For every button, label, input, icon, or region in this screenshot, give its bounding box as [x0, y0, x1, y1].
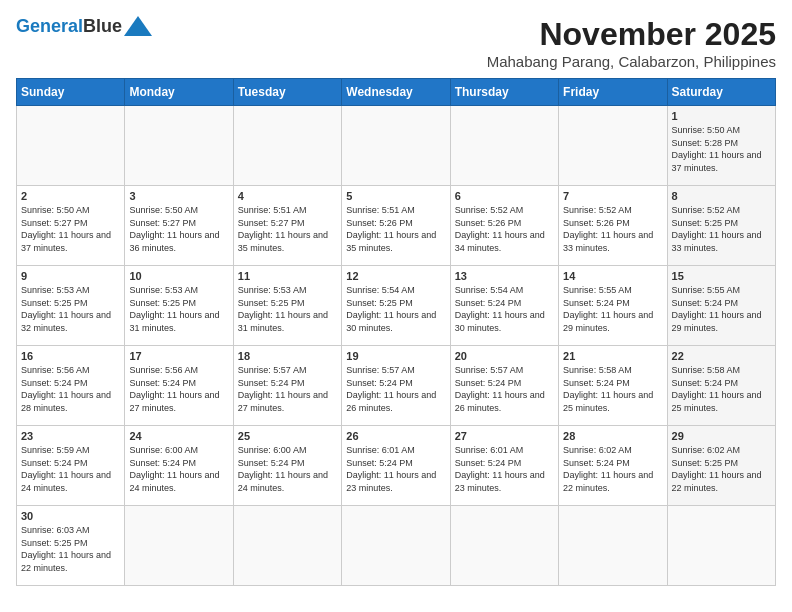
day-info-line: Sunset: 5:24 PM	[21, 377, 120, 390]
day-info-line: Daylight: 11 hours and 33 minutes.	[563, 229, 662, 254]
day-number-18: 18	[238, 350, 337, 362]
calendar-day-4	[450, 106, 558, 186]
day-number-4: 4	[238, 190, 337, 202]
day-info-line: Sunset: 5:24 PM	[346, 377, 445, 390]
day-info-23: Sunrise: 5:59 AMSunset: 5:24 PMDaylight:…	[21, 444, 120, 494]
day-info-16: Sunrise: 5:56 AMSunset: 5:24 PMDaylight:…	[21, 364, 120, 414]
day-info-line: Sunset: 5:27 PM	[21, 217, 120, 230]
header-tuesday: Tuesday	[233, 79, 341, 106]
calendar-day-1	[125, 106, 233, 186]
day-info-line: Sunrise: 5:51 AM	[238, 204, 337, 217]
day-info-18: Sunrise: 5:57 AMSunset: 5:24 PMDaylight:…	[238, 364, 337, 414]
day-info-line: Daylight: 11 hours and 26 minutes.	[346, 389, 445, 414]
day-info-line: Sunset: 5:24 PM	[672, 297, 771, 310]
day-number-8: 8	[672, 190, 771, 202]
day-number-12: 12	[346, 270, 445, 282]
calendar-day-26: 21Sunrise: 5:58 AMSunset: 5:24 PMDayligh…	[559, 346, 667, 426]
calendar-day-2	[233, 106, 341, 186]
calendar-day-13: 8Sunrise: 5:52 AMSunset: 5:25 PMDaylight…	[667, 186, 775, 266]
day-info-line: Daylight: 11 hours and 37 minutes.	[21, 229, 120, 254]
day-info-line: Sunrise: 5:53 AM	[21, 284, 120, 297]
day-info-line: Sunrise: 5:58 AM	[672, 364, 771, 377]
calendar-day-14: 9Sunrise: 5:53 AMSunset: 5:25 PMDaylight…	[17, 266, 125, 346]
weekday-header-row: Sunday Monday Tuesday Wednesday Thursday…	[17, 79, 776, 106]
calendar-day-5	[559, 106, 667, 186]
day-info-21: Sunrise: 5:58 AMSunset: 5:24 PMDaylight:…	[563, 364, 662, 414]
header-monday: Monday	[125, 79, 233, 106]
day-info-line: Daylight: 11 hours and 37 minutes.	[672, 149, 771, 174]
day-info-27: Sunrise: 6:01 AMSunset: 5:24 PMDaylight:…	[455, 444, 554, 494]
day-number-7: 7	[563, 190, 662, 202]
day-number-6: 6	[455, 190, 554, 202]
day-info-line: Sunrise: 5:50 AM	[21, 204, 120, 217]
day-info-line: Sunrise: 5:55 AM	[563, 284, 662, 297]
calendar-day-36	[125, 506, 233, 586]
month-title: November 2025	[487, 16, 776, 53]
day-info-20: Sunrise: 5:57 AMSunset: 5:24 PMDaylight:…	[455, 364, 554, 414]
day-info-line: Daylight: 11 hours and 27 minutes.	[238, 389, 337, 414]
day-number-23: 23	[21, 430, 120, 442]
day-info-line: Sunrise: 5:54 AM	[346, 284, 445, 297]
day-info-line: Sunset: 5:28 PM	[672, 137, 771, 150]
day-info-line: Daylight: 11 hours and 30 minutes.	[455, 309, 554, 334]
day-number-9: 9	[21, 270, 120, 282]
day-info-line: Daylight: 11 hours and 29 minutes.	[563, 309, 662, 334]
day-info-line: Daylight: 11 hours and 29 minutes.	[672, 309, 771, 334]
day-number-13: 13	[455, 270, 554, 282]
logo-icon	[124, 14, 152, 36]
day-info-line: Sunset: 5:27 PM	[238, 217, 337, 230]
day-info-line: Sunset: 5:24 PM	[563, 297, 662, 310]
day-info-line: Sunset: 5:25 PM	[672, 217, 771, 230]
day-info-line: Sunrise: 5:53 AM	[238, 284, 337, 297]
calendar-day-41	[667, 506, 775, 586]
day-info-line: Daylight: 11 hours and 34 minutes.	[455, 229, 554, 254]
day-info-line: Sunrise: 6:01 AM	[346, 444, 445, 457]
day-info-28: Sunrise: 6:02 AMSunset: 5:24 PMDaylight:…	[563, 444, 662, 494]
day-info-6: Sunrise: 5:52 AMSunset: 5:26 PMDaylight:…	[455, 204, 554, 254]
calendar-day-24: 19Sunrise: 5:57 AMSunset: 5:24 PMDayligh…	[342, 346, 450, 426]
calendar-day-38	[342, 506, 450, 586]
day-info-line: Daylight: 11 hours and 23 minutes.	[455, 469, 554, 494]
day-info-line: Sunset: 5:24 PM	[563, 457, 662, 470]
day-info-line: Daylight: 11 hours and 25 minutes.	[672, 389, 771, 414]
calendar-day-29: 24Sunrise: 6:00 AMSunset: 5:24 PMDayligh…	[125, 426, 233, 506]
day-number-29: 29	[672, 430, 771, 442]
day-info-10: Sunrise: 5:53 AMSunset: 5:25 PMDaylight:…	[129, 284, 228, 334]
day-info-line: Sunset: 5:24 PM	[238, 377, 337, 390]
calendar-day-28: 23Sunrise: 5:59 AMSunset: 5:24 PMDayligh…	[17, 426, 125, 506]
day-info-17: Sunrise: 5:56 AMSunset: 5:24 PMDaylight:…	[129, 364, 228, 414]
day-info-line: Sunset: 5:24 PM	[455, 457, 554, 470]
header-saturday: Saturday	[667, 79, 775, 106]
day-number-16: 16	[21, 350, 120, 362]
day-info-line: Sunset: 5:24 PM	[455, 377, 554, 390]
day-info-26: Sunrise: 6:01 AMSunset: 5:24 PMDaylight:…	[346, 444, 445, 494]
day-info-5: Sunrise: 5:51 AMSunset: 5:26 PMDaylight:…	[346, 204, 445, 254]
day-info-line: Sunrise: 5:55 AM	[672, 284, 771, 297]
day-number-24: 24	[129, 430, 228, 442]
day-info-line: Sunrise: 5:53 AM	[129, 284, 228, 297]
calendar-day-19: 14Sunrise: 5:55 AMSunset: 5:24 PMDayligh…	[559, 266, 667, 346]
day-info-2: Sunrise: 5:50 AMSunset: 5:27 PMDaylight:…	[21, 204, 120, 254]
logo: GeneralBlue	[16, 16, 152, 37]
day-number-26: 26	[346, 430, 445, 442]
day-number-28: 28	[563, 430, 662, 442]
day-info-line: Sunset: 5:26 PM	[346, 217, 445, 230]
day-info-line: Daylight: 11 hours and 24 minutes.	[21, 469, 120, 494]
calendar-day-6: 1Sunrise: 5:50 AMSunset: 5:28 PMDaylight…	[667, 106, 775, 186]
day-info-line: Sunset: 5:25 PM	[346, 297, 445, 310]
day-number-20: 20	[455, 350, 554, 362]
day-info-22: Sunrise: 5:58 AMSunset: 5:24 PMDaylight:…	[672, 364, 771, 414]
day-info-line: Sunset: 5:25 PM	[238, 297, 337, 310]
day-info-line: Sunset: 5:24 PM	[563, 377, 662, 390]
calendar-table: Sunday Monday Tuesday Wednesday Thursday…	[16, 78, 776, 586]
day-info-29: Sunrise: 6:02 AMSunset: 5:25 PMDaylight:…	[672, 444, 771, 494]
day-info-line: Daylight: 11 hours and 23 minutes.	[346, 469, 445, 494]
svg-marker-0	[124, 16, 152, 36]
day-info-line: Sunset: 5:24 PM	[672, 377, 771, 390]
day-number-15: 15	[672, 270, 771, 282]
day-number-14: 14	[563, 270, 662, 282]
day-info-line: Daylight: 11 hours and 24 minutes.	[129, 469, 228, 494]
day-info-line: Sunrise: 5:52 AM	[672, 204, 771, 217]
calendar-day-27: 22Sunrise: 5:58 AMSunset: 5:24 PMDayligh…	[667, 346, 775, 426]
calendar-day-34: 29Sunrise: 6:02 AMSunset: 5:25 PMDayligh…	[667, 426, 775, 506]
